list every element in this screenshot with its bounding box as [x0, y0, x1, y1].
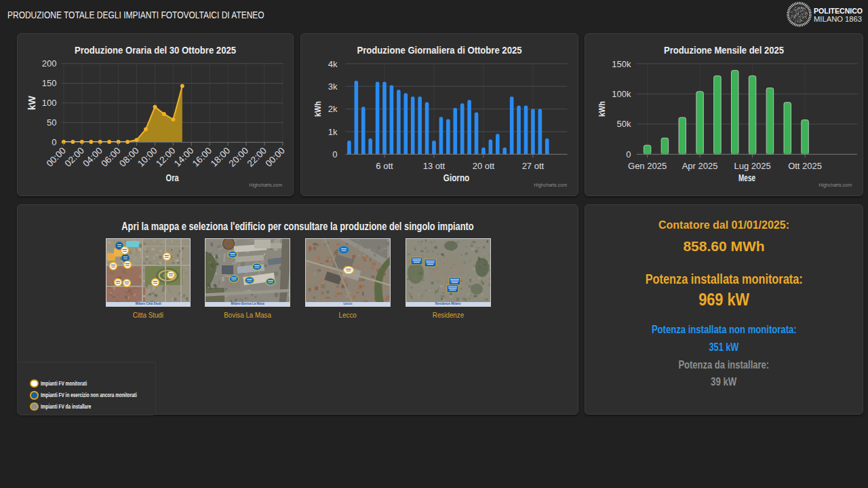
svg-text:150k: 150k: [612, 59, 631, 69]
svg-text:2k: 2k: [328, 104, 338, 114]
svg-text:04:00: 04:00: [81, 145, 104, 169]
svg-text:18:00: 18:00: [209, 145, 233, 169]
svg-text:MILANO 1863: MILANO 1863: [814, 15, 862, 23]
svg-text:20 ott: 20 ott: [473, 161, 495, 171]
svg-text:50k: 50k: [617, 119, 631, 129]
svg-text:06:00: 06:00: [99, 145, 123, 169]
svg-text:22:00: 22:00: [245, 145, 269, 169]
svg-text:150: 150: [42, 78, 57, 88]
svg-text:12:00: 12:00: [154, 145, 178, 169]
svg-text:08:00: 08:00: [117, 145, 141, 169]
svg-text:Produzione Mensile del 2025: Produzione Mensile del 2025: [664, 45, 784, 56]
svg-text:16:00: 16:00: [191, 145, 214, 169]
svg-text:Giorno: Giorno: [443, 172, 470, 183]
svg-text:Mese: Mese: [738, 172, 755, 183]
svg-text:200: 200: [42, 58, 57, 69]
svg-text:Ora: Ora: [166, 172, 179, 183]
svg-text:0: 0: [332, 149, 337, 159]
svg-text:0: 0: [626, 149, 631, 159]
svg-text:4k: 4k: [328, 59, 338, 69]
svg-text:kWh: kWh: [313, 101, 323, 117]
svg-text:Gen 2025: Gen 2025: [628, 161, 667, 171]
svg-text:Produzione Giornaliera di Otto: Produzione Giornaliera di Ottobre 2025: [357, 45, 522, 56]
svg-text:Ott 2025: Ott 2025: [788, 161, 822, 171]
svg-text:Highcharts.com: Highcharts.com: [249, 183, 282, 188]
svg-text:POLITECNICO: POLITECNICO: [814, 7, 863, 15]
svg-text:kWh: kWh: [597, 101, 607, 117]
svg-text:Produzione Oraria del 30 Ottob: Produzione Oraria del 30 Ottobre 2025: [75, 45, 236, 56]
svg-text:Highcharts.com: Highcharts.com: [534, 183, 567, 188]
svg-text:27 ott: 27 ott: [522, 161, 545, 171]
svg-text:Highcharts.com: Highcharts.com: [818, 183, 852, 188]
svg-text:50: 50: [47, 117, 56, 128]
svg-text:00:00: 00:00: [45, 145, 68, 169]
svg-text:6 ott: 6 ott: [376, 161, 393, 171]
svg-text:10:00: 10:00: [136, 145, 159, 169]
svg-text:02:00: 02:00: [62, 145, 86, 169]
svg-text:00:00: 00:00: [263, 145, 287, 169]
svg-text:13 ott: 13 ott: [423, 161, 446, 171]
svg-text:1k: 1k: [328, 127, 338, 137]
svg-text:14:00: 14:00: [172, 145, 196, 169]
svg-text:3k: 3k: [328, 81, 338, 92]
svg-text:20:00: 20:00: [227, 145, 251, 169]
svg-text:kW: kW: [26, 95, 37, 110]
svg-text:100: 100: [42, 98, 57, 108]
svg-text:Lug 2025: Lug 2025: [734, 161, 770, 171]
svg-text:Apr 2025: Apr 2025: [682, 161, 718, 171]
svg-text:0: 0: [52, 137, 56, 147]
svg-text:100k: 100k: [612, 89, 631, 99]
